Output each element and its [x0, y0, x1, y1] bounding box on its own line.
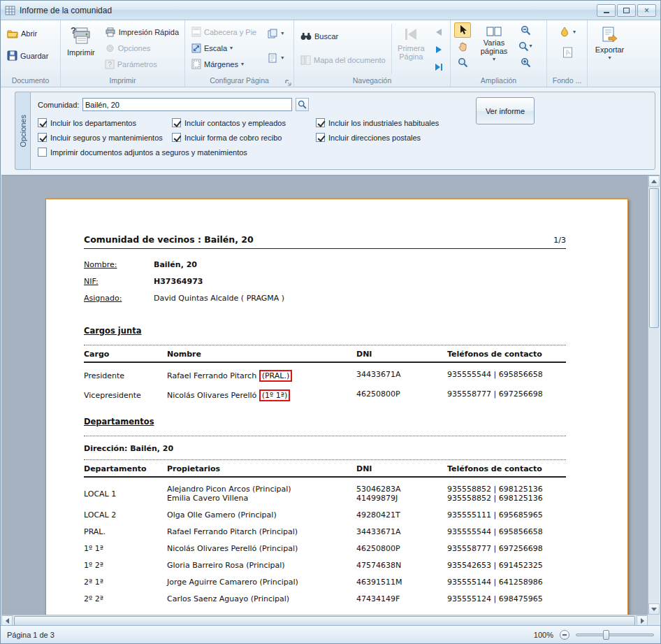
zoom-slider[interactable]: [576, 634, 654, 636]
close-button[interactable]: ×: [637, 4, 656, 17]
impresion-rapida-button[interactable]: Impresión Rápida: [102, 24, 182, 39]
telefonos-cell: 935558852 | 698125136935558852 | 6981251…: [447, 485, 566, 503]
escala-button[interactable]: Escala ▾: [189, 41, 259, 55]
preview-canvas[interactable]: Comunidad de vecinos : Bailén, 20 1/3 No…: [1, 176, 648, 615]
telefonos-cell: 935555144 | 641258986: [447, 578, 566, 587]
checkbox-icon[interactable]: [38, 133, 47, 142]
options-checkbox-grid: Incluir los departamentosIncluir contact…: [38, 118, 491, 157]
ultima-pagina-button[interactable]: [430, 59, 447, 75]
checkbox-icon[interactable]: [172, 118, 181, 127]
option-checkbox-item[interactable]: Incluir contactos y empleados: [172, 118, 316, 127]
margins-icon: [191, 59, 201, 69]
zoom-in-icon: [521, 57, 531, 68]
cargos-header: Cargo Nombre DNI Teléfonos de contacto: [84, 350, 566, 359]
imprimir-button[interactable]: ? Imprimir: [64, 22, 98, 76]
chevron-down-icon: ▾: [241, 62, 244, 67]
paper-size-dropdown-button[interactable]: ▾: [265, 50, 286, 65]
field-label: Nombre:: [84, 260, 154, 277]
page-size-icon: [268, 53, 278, 63]
checkbox-icon[interactable]: [38, 148, 47, 157]
minimize-button[interactable]: [597, 4, 616, 17]
app-icon: [5, 6, 15, 15]
option-checkbox-item[interactable]: Incluir direcciones postales: [316, 133, 491, 142]
page-info: Página 1 de 3: [7, 631, 55, 639]
group-configurar-pagina: Cabecera y Pie Escala ▾ Márgenes ▾: [185, 20, 294, 87]
varias-paginas-button[interactable]: Varias páginas ▾: [474, 22, 514, 76]
departamentos-table-row: LOCAL 1Alejandro Picon Arcos (Principal)…: [84, 485, 566, 503]
parametros-button[interactable]: ? Parámetros: [102, 57, 182, 71]
vertical-scroll-thumb[interactable]: [649, 188, 659, 328]
cabecera-pie-button[interactable]: Cabecera y Pie: [189, 24, 259, 39]
checkbox-icon[interactable]: [316, 133, 325, 142]
margenes-button[interactable]: Márgenes ▾: [189, 57, 259, 71]
propietarios-cell: Carlos Saenz Aguayo (Principal): [167, 594, 356, 603]
open-folder-icon: [7, 29, 18, 38]
checkbox-icon[interactable]: [38, 118, 47, 127]
horizontal-scroll-thumb[interactable]: [14, 616, 635, 626]
pagina-siguiente-button[interactable]: [430, 42, 447, 57]
pointer-tool-button[interactable]: [454, 22, 471, 38]
checkbox-icon[interactable]: [172, 133, 181, 142]
zoom-in-button[interactable]: [517, 55, 534, 70]
hand-tool-button[interactable]: [454, 38, 471, 54]
report-page-indicator: 1/3: [553, 236, 566, 245]
zoom-slider-thumb[interactable]: [603, 630, 609, 640]
maximize-button[interactable]: [617, 4, 636, 17]
report-title: Comunidad de vecinos : Bailén, 20: [84, 234, 254, 245]
primera-pagina-button[interactable]: Primera Página: [395, 22, 428, 76]
pagina-anterior-button[interactable]: [430, 24, 447, 40]
orientation-dropdown-button[interactable]: ▾: [265, 26, 286, 41]
departamentos-table-row: PRAL.Rafael Ferrando Pitarch (Principal)…: [84, 527, 566, 536]
option-checkbox-item[interactable]: Imprimir documentos adjuntos a seguros y…: [38, 148, 491, 157]
ver-informe-button[interactable]: Ver informe: [476, 97, 535, 124]
color-fondo-button[interactable]: ▾: [556, 24, 579, 39]
telefonos-cell: 935555544 | 695856658: [447, 527, 566, 536]
propietarios-cell: Jorge Aguirre Camarero (Principal): [167, 578, 356, 587]
marca-agua-button[interactable]: A: [560, 45, 576, 59]
report-field: NIF:H37364973: [84, 277, 566, 294]
header-rule: [84, 362, 566, 363]
propietarios-cell: Gloria Barreiro Rosa (Principal): [167, 561, 356, 570]
telefonos-cell: 935542653 | 691452325: [447, 561, 566, 570]
mapa-documento-button[interactable]: Mapa del documento: [298, 52, 388, 67]
dialog-launcher-icon[interactable]: [285, 80, 291, 86]
cargo-cell: Presidente: [84, 370, 167, 382]
zoom-out-button[interactable]: [517, 22, 534, 38]
window-title: Informe de la comunidad: [20, 6, 112, 15]
field-value: David Quintas Alcalde ( PRAGMA ): [154, 294, 284, 310]
vertical-scrollbar[interactable]: [648, 176, 660, 615]
abrir-button[interactable]: Abrir: [4, 26, 57, 41]
zoom-out-button[interactable]: [560, 630, 569, 640]
opciones-button[interactable]: Opciones: [102, 41, 182, 55]
chevron-down-icon: ▾: [230, 45, 233, 51]
magnifier-tool-button[interactable]: [454, 55, 471, 70]
quick-print-icon: [105, 27, 116, 37]
option-checkbox-item[interactable]: Incluir los departamentos: [38, 118, 172, 127]
zoom-level: 100%: [534, 631, 553, 639]
telefonos-cell: 935558777 | 697256698: [447, 544, 566, 553]
dni-cell: 46250800P: [356, 389, 447, 401]
exportar-button[interactable]: Exportar ▾: [591, 22, 628, 76]
option-checkbox-item[interactable]: Incluir forma de cobro recibo: [172, 133, 316, 142]
opciones-tab[interactable]: Opciones: [15, 92, 30, 170]
search-icon: [298, 100, 307, 109]
multiple-pages-icon: [486, 26, 502, 37]
checkbox-icon[interactable]: [316, 118, 325, 127]
departamentos-table-row: 2º 2ªCarlos Saenz Aguayo (Principal)4743…: [84, 594, 566, 603]
scroll-up-button[interactable]: [648, 176, 660, 187]
zoom-level-button[interactable]: ▾: [517, 38, 534, 54]
comunidad-input[interactable]: [82, 98, 292, 111]
scroll-down-button[interactable]: [648, 603, 660, 615]
section-departamentos-title: Departamentos: [84, 417, 566, 427]
section-cargos-title: Cargos junta: [84, 326, 566, 336]
header-footer-icon: [191, 27, 201, 37]
buscar-button[interactable]: Buscar: [298, 29, 388, 43]
guardar-button[interactable]: Guardar: [4, 48, 57, 63]
comunidad-search-button[interactable]: [296, 98, 309, 111]
option-checkbox-item[interactable]: Incluir los industriales habituales: [316, 118, 491, 127]
nombre-cell: Rafael Ferrando Pitarch (PRAL.): [167, 370, 356, 382]
report-fields: Nombre:Bailén, 20NIF:H37364973Asignado:D…: [84, 260, 566, 310]
departamento-cell: 2º 2ª: [84, 594, 167, 603]
group-exportar: Exportar ▾: [588, 20, 631, 87]
option-checkbox-item[interactable]: Incluir seguros y mantenimientos: [38, 133, 172, 142]
